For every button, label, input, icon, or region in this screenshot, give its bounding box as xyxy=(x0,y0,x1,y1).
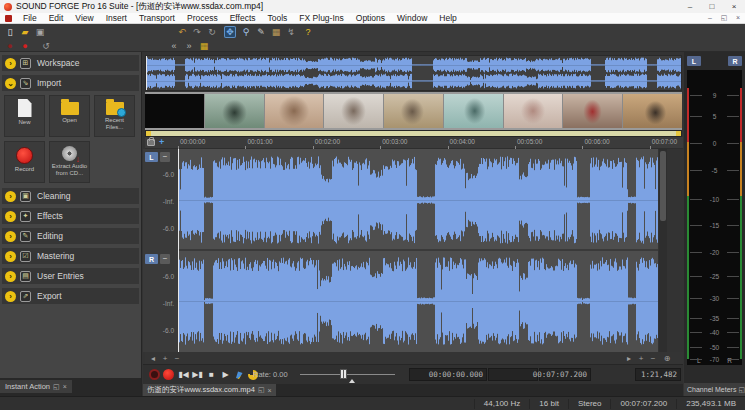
right-channel-minimize-button[interactable]: − xyxy=(160,254,170,264)
waveform-editor[interactable] xyxy=(178,149,658,352)
selection-bar[interactable] xyxy=(145,130,682,137)
overview-waveform[interactable] xyxy=(145,55,682,91)
rate-slider-handle[interactable] xyxy=(340,369,347,379)
sidebar-section-effects[interactable]: ›✦Effects xyxy=(2,208,139,224)
instant-action-tab[interactable]: Instant Action ◱ × xyxy=(0,380,72,393)
right-channel-button[interactable]: R xyxy=(145,254,158,264)
vertical-scrollbar-thumb[interactable] xyxy=(660,151,666,221)
redo-icon[interactable]: ↷ xyxy=(191,26,203,38)
sidebar-section-import[interactable]: ⌄⇘Import xyxy=(2,75,139,91)
zoom-selection-icon[interactable]: ⊕ xyxy=(661,352,673,364)
zoom-out-time-icon[interactable]: − xyxy=(171,352,183,364)
expand-icon[interactable]: › xyxy=(5,231,16,242)
meter-display[interactable]: L R 950-5-10-15-20-25-30-35-40-50-70 xyxy=(687,70,742,365)
sidebar-section-cleaning[interactable]: ›▣Cleaning xyxy=(2,188,139,204)
scroll-right-icon[interactable]: ▸ xyxy=(623,352,635,364)
menu-help[interactable]: Help xyxy=(433,13,462,23)
open-button[interactable]: Open xyxy=(49,95,90,137)
sidebar-section-editing[interactable]: ›✎Editing xyxy=(2,228,139,244)
tab-close-icon[interactable]: × xyxy=(63,383,67,390)
record-remote-icon[interactable]: ● xyxy=(4,40,16,52)
menu-file[interactable]: File xyxy=(17,13,43,23)
menu-edit[interactable]: Edit xyxy=(43,13,70,23)
menu-window[interactable]: Window xyxy=(391,13,433,23)
video-frame-8[interactable] xyxy=(563,94,623,128)
go-to-start-icon[interactable]: « xyxy=(168,40,180,52)
zoom-in-icon[interactable]: + xyxy=(635,352,647,364)
selection-length-display[interactable]: 1:21,482 xyxy=(635,368,681,381)
sidebar-section-mastering[interactable]: ›☑Mastering xyxy=(2,248,139,264)
doc-minimize-button[interactable]: – xyxy=(703,14,717,22)
repeat-icon[interactable]: ↻ xyxy=(206,26,218,38)
play-button[interactable]: ▶ xyxy=(219,368,232,381)
zoom-out-icon[interactable]: − xyxy=(647,352,659,364)
edit-tool-icon[interactable]: ✎ xyxy=(255,26,267,38)
selection-end-display[interactable]: 00:07:07.200 xyxy=(539,368,591,381)
video-frame-3[interactable] xyxy=(265,94,325,128)
menu-process[interactable]: Process xyxy=(181,13,224,23)
sidebar-section-export[interactable]: ›⇗Export xyxy=(2,288,139,304)
snap-grid-icon[interactable]: ▦ xyxy=(198,40,210,52)
record-remote-button[interactable] xyxy=(148,368,161,381)
video-frame-7[interactable] xyxy=(504,94,564,128)
record-icon[interactable]: ● xyxy=(19,40,31,52)
go-to-end-button[interactable]: ▶▮ xyxy=(191,368,204,381)
meter-right-button[interactable]: R xyxy=(728,56,742,66)
magnify-tool-icon[interactable]: ⚲ xyxy=(240,26,252,38)
record-button[interactable] xyxy=(162,368,175,381)
stop-button[interactable]: ■ xyxy=(205,368,218,381)
menu-view[interactable]: View xyxy=(69,13,99,23)
video-frame-5[interactable] xyxy=(384,94,444,128)
minimize-button[interactable]: – xyxy=(679,0,701,13)
channel-meters-tab[interactable]: Channel Meters ◱ xyxy=(684,383,745,396)
pan-scroll-tool-icon[interactable]: ✥ xyxy=(224,26,236,38)
video-filmstrip[interactable] xyxy=(145,92,682,130)
new-button[interactable]: New xyxy=(4,95,45,137)
doc-tab-close-icon[interactable]: × xyxy=(268,387,272,394)
play-plugin-chain-button[interactable] xyxy=(233,368,246,381)
vertical-scrollbar[interactable] xyxy=(659,149,667,352)
left-channel-button[interactable]: L xyxy=(145,152,158,162)
menu-transport[interactable]: Transport xyxy=(133,13,181,23)
recent-files-button[interactable]: Recent Files... xyxy=(94,95,135,137)
menu-tools[interactable]: Tools xyxy=(262,13,294,23)
expand-icon[interactable]: › xyxy=(5,291,16,302)
envelope-tool-icon[interactable]: ↯ xyxy=(285,26,297,38)
doc-tab-float-icon[interactable]: ◱ xyxy=(258,386,265,394)
whats-this-help-icon[interactable]: ? xyxy=(302,26,314,38)
expand-icon[interactable]: › xyxy=(5,271,16,282)
overview-waveform-canvas[interactable] xyxy=(146,56,681,90)
undo-icon[interactable]: ↶ xyxy=(176,26,188,38)
doc-close-button[interactable]: × xyxy=(731,14,745,22)
video-frame-6[interactable] xyxy=(444,94,504,128)
sidebar-section-user-entries[interactable]: ›▤User Entries xyxy=(2,268,139,284)
zoom-in-time-icon[interactable]: + xyxy=(159,352,171,364)
document-tab[interactable]: 伤逝的安详www.ssdax.com.mp4 ◱ × xyxy=(143,384,276,396)
event-tool-icon[interactable]: ▦ xyxy=(270,26,282,38)
title-bar[interactable]: SOUND FORGE Pro 16 Suite - [伤逝的安详www.ssd… xyxy=(0,0,745,13)
scroll-left-icon[interactable]: ◂ xyxy=(147,352,159,364)
doc-restore-button[interactable]: ◱ xyxy=(717,14,731,22)
go-to-start-button[interactable]: ▮◀ xyxy=(177,368,190,381)
left-channel-minimize-button[interactable]: − xyxy=(160,152,170,162)
selection-start-display[interactable] xyxy=(488,368,538,381)
collapse-icon[interactable]: ⌄ xyxy=(5,78,16,89)
menu-options[interactable]: Options xyxy=(350,13,391,23)
save-icon[interactable]: ▣ xyxy=(34,26,46,38)
go-to-end-icon[interactable]: » xyxy=(183,40,195,52)
selection-range[interactable] xyxy=(146,131,681,136)
time-ruler[interactable]: + 00:00:0000:01:0000:02:0000:03:0000:04:… xyxy=(145,137,683,149)
menu-fx-plug-ins[interactable]: FX Plug-Ins xyxy=(293,13,349,23)
open-folder-icon[interactable]: ▰ xyxy=(19,26,31,38)
video-frame-4[interactable] xyxy=(324,94,384,128)
expand-icon[interactable]: › xyxy=(5,58,16,69)
rate-slider-track[interactable] xyxy=(300,374,395,375)
loop-playback-icon[interactable]: ↺ xyxy=(40,40,52,52)
extract-audio-cd-button[interactable]: Extract Audio from CD... xyxy=(49,141,90,183)
expand-icon[interactable]: › xyxy=(5,251,16,262)
sidebar-section-workspace[interactable]: ›⊞Workspace xyxy=(2,55,139,71)
selection-start-handle[interactable] xyxy=(146,131,151,136)
expand-icon[interactable]: › xyxy=(5,211,16,222)
cm-tab-float-icon[interactable]: ◱ xyxy=(738,386,745,394)
record-button[interactable]: Record xyxy=(4,141,45,183)
